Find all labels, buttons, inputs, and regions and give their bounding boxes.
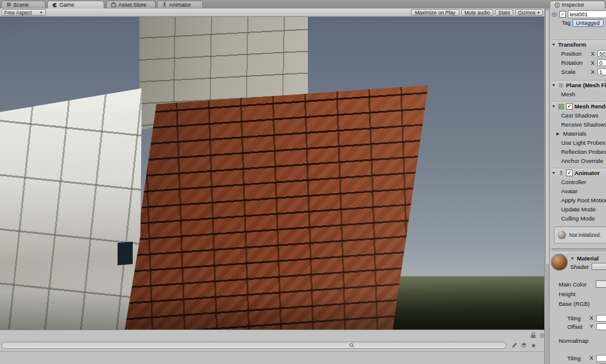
unity-editor-window: Scene Game Asset Store Animator Inspecto…	[0, 0, 606, 364]
material-title-row[interactable]: ▼ Material	[570, 254, 606, 262]
tiling-axis-label-2: X	[590, 355, 594, 361]
tab-animator[interactable]: Animator	[157, 1, 203, 8]
receive-shadows-label: Receive Shadows	[561, 121, 606, 128]
tag-dropdown[interactable]: Untagged	[573, 19, 604, 27]
lock-icon[interactable]	[530, 332, 536, 339]
animator-info-text: Not initialized.	[569, 232, 601, 238]
tab-inspector-label: Inspector	[562, 2, 584, 8]
offset-y-field[interactable]	[596, 323, 606, 330]
rotation-axis-label: X	[591, 60, 596, 66]
animator-title: Animator	[574, 170, 600, 176]
transform-scale-row: Scale X 1	[551, 67, 606, 76]
bottom-empty-panel	[0, 351, 544, 364]
dock-strip	[0, 329, 544, 339]
main-color-swatch[interactable]	[596, 280, 606, 288]
gameobject-cube-icon	[551, 12, 558, 18]
tab-animator-label: Animator	[169, 2, 191, 8]
inspector-panel: ✓ Tag Untagged ▼ Transform Position X 50…	[550, 8, 606, 364]
gizmos-dropdown[interactable]: Gizmos ▼	[515, 9, 543, 16]
base-rgb-label: Base (RGB)	[559, 300, 590, 307]
aspect-dropdown-label: Free Aspect	[4, 10, 32, 16]
cast-shadows-label: Cast Shadows	[561, 112, 598, 119]
search-input[interactable]	[356, 342, 498, 349]
base-rgb-row[interactable]: Base (RGB)	[551, 299, 606, 308]
tiling-row-2: Tiling X	[551, 354, 606, 362]
use-light-probes-row[interactable]: Use Light Probes	[551, 138, 606, 147]
rotation-x-field[interactable]: 0	[598, 59, 606, 66]
material-title: Material	[577, 255, 599, 262]
active-checkbox[interactable]: ✓	[559, 11, 566, 18]
cast-shadows-row[interactable]: Cast Shadows	[551, 111, 606, 120]
tiling-row: Tiling X	[551, 314, 606, 322]
scrollbar-thumb[interactable]	[545, 10, 550, 265]
gizmos-label: Gizmos	[518, 10, 536, 16]
tab-scene[interactable]: Scene	[1, 1, 45, 8]
bottom-toolbar: ★	[0, 339, 544, 351]
inspector-scrollbar[interactable]	[544, 8, 550, 364]
tab-inspector[interactable]: Inspector	[550, 1, 605, 8]
main-color-row[interactable]: Main Color	[551, 279, 606, 289]
materials-row[interactable]: ▶ Materials	[551, 129, 606, 138]
height-row[interactable]: Height	[551, 289, 606, 299]
receive-shadows-row[interactable]: Receive Shadows	[551, 120, 606, 129]
anchor-override-row[interactable]: Anchor Override	[551, 156, 606, 165]
tiling-x-field[interactable]	[596, 315, 606, 322]
mute-audio-button[interactable]: Mute audio	[461, 9, 493, 16]
transform-title: Transform	[558, 41, 586, 48]
normalmap-label: Normalmap	[559, 337, 588, 344]
apply-root-motion-row[interactable]: Apply Root Motion	[551, 196, 606, 205]
position-x-field[interactable]: 50.	[598, 50, 606, 57]
tab-game[interactable]: Game	[47, 1, 104, 8]
chevron-down-icon: ▼	[536, 11, 540, 15]
mesh-renderer-title: Mesh Renderer	[574, 103, 606, 110]
mesh-renderer-icon	[558, 104, 564, 110]
controller-row[interactable]: Controller	[551, 177, 606, 187]
normalmap-row[interactable]: Normalmap	[551, 336, 606, 345]
avatar-row[interactable]: Avatar	[551, 187, 606, 196]
aspect-dropdown[interactable]: Free Aspect ▼	[1, 9, 46, 16]
update-mode-row[interactable]: Update Mode	[551, 205, 606, 214]
position-axis-label: X	[591, 51, 596, 57]
reflection-probes-row[interactable]: Reflection Probes	[551, 147, 606, 156]
scale-x-field[interactable]: 1	[598, 68, 606, 75]
game-viewport[interactable]	[0, 17, 544, 329]
gameobject-name-input[interactable]	[568, 10, 606, 18]
maximize-on-play-button[interactable]: Maximize on Play	[411, 9, 459, 16]
apply-root-motion-label: Apply Root Motion	[561, 197, 606, 204]
mesh-renderer-checkbox[interactable]: ✓	[566, 103, 573, 110]
stats-button[interactable]: Stats	[495, 9, 513, 16]
layers-icon[interactable]	[520, 342, 528, 349]
shader-dropdown[interactable]	[591, 263, 606, 270]
height-label: Height	[559, 291, 575, 297]
material-header: ▼ Material Shader	[551, 254, 606, 272]
offset-row: Offset Y	[551, 322, 606, 331]
mesh-filter-icon	[558, 82, 564, 88]
scale-label: Scale	[561, 68, 589, 75]
tab-asset-store[interactable]: Asset Store	[106, 1, 156, 8]
transform-header[interactable]: ▼ Transform	[551, 39, 606, 49]
avatar-label: Avatar	[561, 188, 578, 194]
foldout-open-icon: ▼	[551, 104, 556, 108]
game-icon	[52, 2, 58, 8]
materials-label: Materials	[563, 130, 587, 137]
tiling-label: Tiling	[567, 315, 588, 322]
tiling-x-field-2[interactable]	[596, 355, 606, 362]
pencil-icon[interactable]	[510, 342, 518, 349]
animator-icon	[162, 2, 167, 7]
foldout-open-icon: ▼	[570, 256, 575, 260]
anchor-override-label: Anchor Override	[561, 157, 603, 164]
position-label: Position	[561, 50, 589, 57]
animator-checkbox[interactable]: ✓	[566, 170, 573, 176]
culling-mode-row[interactable]: Culling Mode	[551, 214, 606, 223]
mesh-filter-header[interactable]: ▼ Plane (Mesh Filter)	[551, 80, 606, 90]
foldout-open-icon: ▼	[551, 171, 556, 175]
star-icon[interactable]: ★	[530, 342, 538, 349]
animator-header[interactable]: ▼ ✓ Animator	[551, 168, 606, 177]
mesh-renderer-header[interactable]: ▼ ✓ Mesh Renderer	[551, 101, 606, 111]
foldout-open-icon: ▼	[551, 83, 556, 87]
game-view-toolbar: Free Aspect ▼ Maximize on Play Mute audi…	[0, 8, 544, 17]
tab-game-label: Game	[59, 2, 75, 8]
chevron-down-icon: ▼	[39, 11, 43, 15]
mesh-filter-title: Plane (Mesh Filter)	[566, 82, 606, 88]
shader-row: Shader	[570, 262, 606, 271]
